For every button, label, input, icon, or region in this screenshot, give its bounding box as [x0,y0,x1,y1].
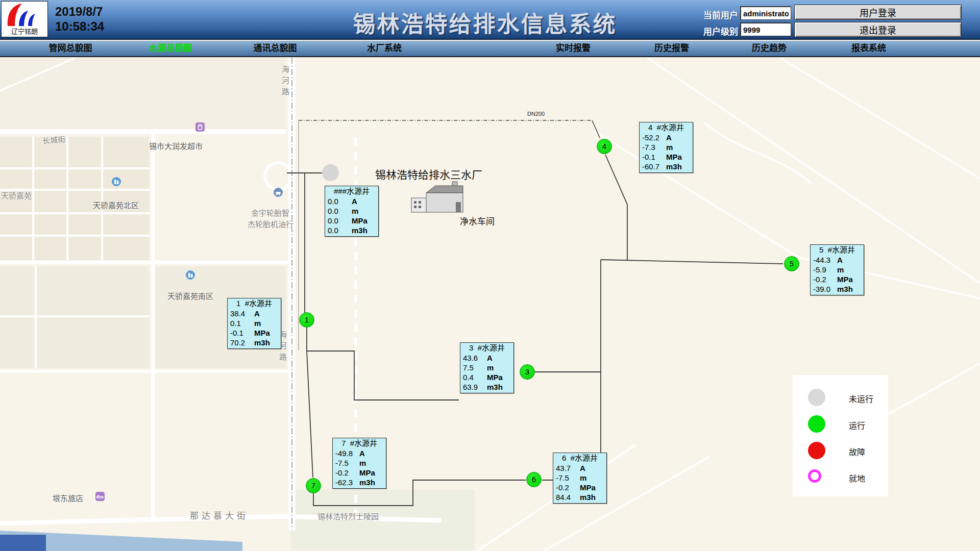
poi-label-jinyu-tire-1: 金宇轮胎智 [251,207,289,218]
well-marker-5[interactable]: 5 [784,256,799,271]
well-title: 4 #水源井 [640,122,693,133]
well-pressure-value: -0.1 [230,329,243,337]
well-pressure-unit: MPa [352,216,368,226]
well-marker-7[interactable]: 7 [306,478,321,493]
poi-label-tianjiao-jiayuan: 天骄嘉苑 [1,190,32,201]
well-flow-value: 0.0 [328,226,338,235]
street-label-nadamu: 那达慕大街 [190,509,249,521]
legend-idle-icon [808,389,825,406]
legend-local-label: 就地 [849,472,865,484]
well-flow-unit: m3h [352,226,368,235]
page-title: 锡林浩特给排水信息系统 [353,6,617,39]
nav-tab-realtime-alarm[interactable]: 实时报警 [556,41,591,57]
plant-name-label: 锡林浩特给排水三水厂 [375,166,482,182]
main-nav: 管网总貌图 水源总貌图 通讯总貌图 水厂系统 实时报警 历史报警 历史趋势 报表… [0,41,980,57]
legend-running-label: 运行 [849,419,865,431]
user-level-label: 用户级别 [703,24,738,37]
street-label-changcheng: 长城街 [42,133,65,145]
shopping-icon [195,122,205,132]
nav-tab-water-plant-system[interactable]: 水厂系统 [367,41,402,57]
street-label-haihe-road-top: 海河路 [280,65,290,99]
well-level-unit: m [359,458,366,468]
well-title: 3 #水源井 [460,343,513,353]
well-flow-value: 63.9 [463,383,478,391]
well-flow-unit: m3h [837,284,853,294]
well-box-6[interactable]: 6 #水源井 43.7A -7.5m -0.2MPa 84.4m3h [553,453,607,504]
hotel-icon [95,492,105,501]
status-legend: 未运行 运行 故障 就地 [793,375,888,496]
well-pressure-value: -0.2 [556,483,569,492]
well-title: 5 #水源井 [811,245,864,255]
login-button[interactable]: 用户登录 [794,5,962,20]
current-user-input[interactable] [740,6,791,20]
well-level-unit: m [580,473,586,483]
well-current-value: -52.2 [642,133,659,142]
well-flow-unit: m3h [580,492,596,502]
datetime-display: 2019/8/7 10:58:34 [55,4,104,34]
well-marker-1[interactable]: 1 [299,312,314,328]
well-current-unit: A [359,448,365,458]
poi-label-jinyu-tire-2: 杰轮胎机油行 [248,218,293,229]
logo-text: 辽宁铭朗 [2,26,47,36]
well-box-5[interactable]: 5 #水源井 -44.3A -5.9m -0.2MPa -39.0m3h [810,244,864,295]
well-marker-6[interactable]: 6 [526,472,542,487]
well-flow-unit: m3h [254,338,270,347]
well-flow-value: -39.0 [813,285,830,293]
well-box-4[interactable]: 4 #水源井 -52.2A -7.3m -0.1MPa -60.7m3h [639,122,693,173]
well-flow-value: -62.3 [335,478,353,487]
well-current-value: -44.3 [813,256,830,264]
well-title: 7 #水源井 [333,438,386,448]
well-marker-4[interactable]: 4 [597,139,612,154]
residence-north-icon [112,177,121,186]
legend-idle-label: 未运行 [849,392,873,405]
nav-tab-report-system[interactable]: 报表系统 [851,41,886,57]
nav-tab-communication-overview[interactable]: 通讯总貌图 [254,41,297,57]
well-current-value: -49.8 [335,449,353,458]
legend-running-icon [808,415,825,433]
app-header: 辽宁铭朗 2019/8/7 10:58:34 锡林浩特给排水信息系统 当前用户 … [0,0,980,40]
current-user-label: 当前用户 [703,8,738,21]
well-current-unit: A [580,463,585,473]
well-marker-3[interactable]: 3 [520,364,535,380]
well-level-value: 0.0 [328,207,338,215]
well-pressure-value: 0.4 [463,373,474,382]
well-title: 6 #水源井 [553,453,606,463]
well-marker-idle[interactable] [322,164,339,181]
well-box-1[interactable]: 1 #水源井 38.4A 0.1m -0.1MPa 70.2m3h [227,298,281,349]
well-current-unit: A [254,309,260,318]
well-level-value: -5.9 [813,265,826,274]
well-level-unit: m [666,142,673,152]
well-current-value: 43.6 [463,354,478,362]
logout-button[interactable]: 退出登录 [794,22,962,37]
well-pressure-value: 0.0 [328,216,338,225]
well-box-7[interactable]: 7 #水源井 -49.8A -7.5m -0.2MPa -62.3m3h [332,438,386,489]
well-level-value: -7.3 [642,143,655,152]
well-pressure-unit: MPa [254,328,270,338]
well-box-3[interactable]: 3 #水源井 43.6A 7.5m 0.4MPa 63.9m3h [460,342,514,393]
poi-label-tianjiao-north: 天骄嘉苑北区 [93,199,139,210]
well-current-value: 0.0 [328,197,338,206]
tire-shop-icon [274,188,283,197]
well-flow-value: 70.2 [230,338,245,347]
well-pressure-unit: MPa [487,372,503,382]
well-level-unit: m [352,206,358,216]
well-current-value: 43.7 [556,464,571,472]
well-title: 1 #水源井 [228,298,281,309]
well-box-unassigned[interactable]: ###水源井 0.0A 0.0m 0.0MPa 0.0m3h [325,186,379,237]
residence-south-icon [186,270,195,280]
nav-tab-pipe-network-overview[interactable]: 管网总貌图 [49,41,92,57]
company-logo: 辽宁铭朗 [1,1,48,37]
nav-tab-history-trend[interactable]: 历史趋势 [752,41,787,57]
legend-fault-label: 故障 [849,445,865,458]
well-level-unit: m [837,265,844,274]
user-level-input[interactable] [740,22,791,36]
legend-fault-icon [808,442,825,459]
well-level-value: -7.5 [335,459,349,467]
well-pressure-value: -0.1 [642,153,655,161]
well-current-value: 38.4 [230,309,245,318]
well-title: ###水源井 [325,186,378,196]
nav-tab-water-source-overview[interactable]: 水源总貌图 [149,41,192,57]
poi-label-yindong-hotel: 垠东旅店 [53,492,83,503]
well-current-unit: A [352,196,357,206]
nav-tab-history-alarm[interactable]: 历史报警 [654,41,689,57]
